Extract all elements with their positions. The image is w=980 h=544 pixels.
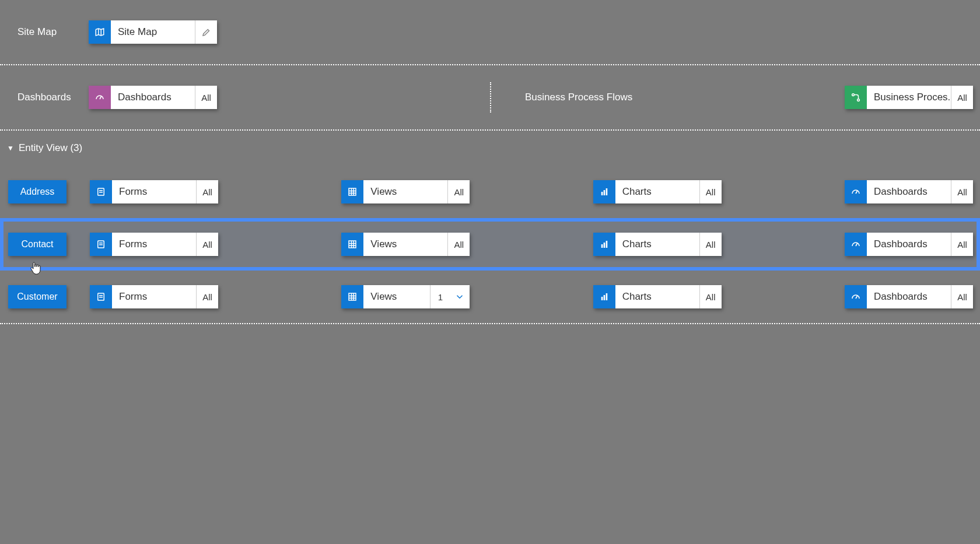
svg-rect-15 [606,188,607,195]
dashboards-tile-label: Dashboards [111,86,195,109]
form-tile[interactable]: FormsAll [90,180,218,203]
form-tile[interactable]: FormsAll [90,285,218,308]
svg-rect-13 [601,192,603,195]
entity-cells: FormsAllViewsAllChartsAllDashboardsAll [90,180,973,203]
tile-label: Dashboards [867,180,951,203]
svg-rect-38 [603,295,605,300]
svg-rect-20 [349,241,356,248]
sitemap-tile[interactable]: Site Map [89,20,217,44]
dashboards-label: Dashboards [7,92,89,103]
svg-rect-32 [349,293,356,300]
svg-rect-26 [603,243,605,248]
form-icon [90,180,112,203]
entity-view-header-label: Entity View (3) [19,142,82,154]
bpf-label: Business Process Flows [514,92,845,103]
tile-label: Forms [112,180,196,203]
svg-rect-27 [606,241,607,248]
entity-row-contact[interactable]: ContactFormsAllViewsAllChartsAllDashboar… [0,218,980,271]
bpf-tile-label: Business Proces... [867,86,951,109]
tile-label: Dashboards [867,285,951,308]
entity-cells: FormsAllViewsAllChartsAllDashboardsAll [90,233,973,256]
tile-label: Views [363,180,447,203]
bar-chart-tile[interactable]: ChartsAll [593,180,722,203]
svg-rect-25 [601,244,603,248]
entity-chip[interactable]: Contact [8,233,66,256]
gauge-tile[interactable]: DashboardsAll [845,285,973,308]
badge-all[interactable]: All [196,233,218,256]
vertical-separator [490,82,491,113]
tile-label: Views [363,285,430,308]
svg-line-28 [856,243,858,246]
tile-label: Forms [112,285,196,308]
badge-all[interactable]: All [447,233,470,256]
tile-label: Charts [615,285,699,308]
badge-all[interactable]: All [699,180,722,203]
flow-icon [845,86,867,109]
edit-button[interactable] [195,20,217,44]
sitemap-tile-label: Site Map [111,20,195,44]
grid-tile[interactable]: ViewsAll [341,180,470,203]
dashboards-tile[interactable]: Dashboards All [89,86,217,109]
grid-tile[interactable]: Views1 [341,285,470,308]
badge-all[interactable]: All [951,180,973,203]
bar-chart-icon [593,180,615,203]
gauge-tile[interactable]: DashboardsAll [845,233,973,256]
views-count: 1 [430,285,450,308]
gauge-tile[interactable]: DashboardsAll [845,180,973,203]
svg-line-16 [856,191,858,194]
svg-rect-8 [349,188,356,195]
bar-chart-tile[interactable]: ChartsAll [593,233,722,256]
entity-cells: FormsAllViews1ChartsAllDashboardsAll [90,285,973,308]
sitemap-row: Site Map Site Map [7,0,973,64]
svg-line-40 [856,296,858,299]
grid-icon [341,285,363,308]
svg-point-3 [852,94,855,96]
tile-label: Charts [615,180,699,203]
divider [0,323,980,324]
badge-all[interactable]: All [196,285,218,308]
badge-all[interactable]: All [951,233,973,256]
tile-label: Dashboards [867,233,951,256]
entity-rows-container: AddressFormsAllViewsAllChartsAllDashboar… [0,166,980,323]
bpf-tile[interactable]: Business Proces... All [845,86,973,109]
badge-all[interactable]: All [951,285,973,308]
svg-rect-39 [606,293,607,300]
entity-row-address[interactable]: AddressFormsAllViewsAllChartsAllDashboar… [0,166,980,218]
gauge-icon [845,180,867,203]
grid-tile[interactable]: ViewsAll [341,233,470,256]
caret-down-icon: ▼ [7,144,14,152]
dashboards-badge[interactable]: All [195,86,217,109]
form-icon [90,285,112,308]
svg-point-4 [858,99,860,101]
badge-all[interactable]: All [699,285,722,308]
map-icon [89,20,111,44]
badge-all[interactable]: All [447,180,470,203]
grid-icon [341,180,363,203]
badge-all[interactable]: All [699,233,722,256]
dashboards-bpf-row: Dashboards Dashboards All Business Proce… [7,65,973,129]
tile-label: Views [363,233,447,256]
sitemap-label: Site Map [7,26,89,38]
svg-rect-37 [601,297,603,300]
form-icon [90,233,112,256]
entity-chip[interactable]: Address [8,180,66,203]
gauge-icon [89,86,111,109]
svg-rect-14 [603,190,605,195]
chevron-down-icon[interactable] [450,285,470,308]
bpf-badge[interactable]: All [951,86,973,109]
entity-view-toggle[interactable]: ▼ Entity View (3) [0,131,980,166]
badge-all[interactable]: All [196,180,218,203]
tile-label: Charts [615,233,699,256]
bar-chart-icon [593,285,615,308]
bar-chart-icon [593,233,615,256]
entity-row-customer[interactable]: CustomerFormsAllViews1ChartsAllDashboard… [0,271,980,323]
gauge-icon [845,233,867,256]
bar-chart-tile[interactable]: ChartsAll [593,285,722,308]
tile-label: Forms [112,233,196,256]
entity-chip[interactable]: Customer [8,285,66,308]
svg-line-2 [100,96,102,99]
grid-icon [341,233,363,256]
gauge-icon [845,285,867,308]
form-tile[interactable]: FormsAll [90,233,218,256]
